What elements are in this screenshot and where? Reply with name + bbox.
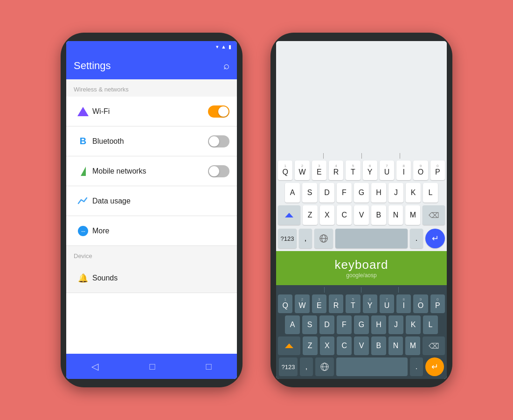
key-d[interactable]: D xyxy=(319,183,334,203)
key-x[interactable]: X xyxy=(320,205,335,225)
more-icon: ··· xyxy=(74,226,92,236)
keyboard-brand-banner: keyboard google/aosp xyxy=(276,251,447,285)
data-usage-item[interactable]: Data usage xyxy=(66,186,237,216)
key-c[interactable]: C xyxy=(337,205,352,225)
key-b[interactable]: B xyxy=(371,205,386,225)
dark-comma-key[interactable]: , xyxy=(300,357,313,376)
dark-enter-key[interactable]: ↵ xyxy=(425,357,444,376)
key-p[interactable]: 0P xyxy=(430,161,445,180)
divider-lines-dark xyxy=(278,287,445,293)
dark-key-g[interactable]: G xyxy=(354,315,369,334)
shift-key[interactable] xyxy=(278,205,300,225)
data-usage-icon xyxy=(74,197,92,205)
dark-delete-key[interactable]: ⌫ xyxy=(423,336,445,355)
bottom-row-light: ?123 , . ↵ xyxy=(276,229,447,251)
mobile-toggle[interactable] xyxy=(208,165,229,177)
dark-key-k[interactable]: K xyxy=(406,315,421,334)
dark-key-l[interactable]: L xyxy=(423,315,438,334)
dark-key-r[interactable]: 4R xyxy=(329,294,343,313)
key-q[interactable]: 1Q xyxy=(278,161,292,180)
key-r[interactable]: 4R xyxy=(329,161,343,180)
dark-key-i[interactable]: 8I xyxy=(396,294,411,313)
globe-key[interactable] xyxy=(314,229,333,248)
sounds-icon: 🔔 xyxy=(74,273,92,283)
key-n[interactable]: N xyxy=(388,205,403,225)
key-o[interactable]: 9O xyxy=(413,161,428,180)
key-w[interactable]: 2W xyxy=(295,161,309,180)
back-nav-icon[interactable]: ◁ xyxy=(91,361,98,372)
dark-key-s[interactable]: S xyxy=(302,315,317,334)
key-u[interactable]: 7U xyxy=(380,161,394,180)
key-h[interactable]: H xyxy=(371,183,386,203)
key-e[interactable]: 3E xyxy=(312,161,326,180)
dark-key-b[interactable]: B xyxy=(371,336,386,355)
dark-globe-key[interactable] xyxy=(315,357,334,376)
num-switch-key[interactable]: ?123 xyxy=(278,229,297,248)
delete-key[interactable]: ⌫ xyxy=(423,205,445,225)
dark-key-n[interactable]: N xyxy=(388,336,403,355)
keyboard-brand-name: keyboard xyxy=(335,258,388,272)
key-y[interactable]: 6Y xyxy=(363,161,377,180)
dark-key-c[interactable]: C xyxy=(337,336,352,355)
key-k[interactable]: K xyxy=(406,183,421,203)
key-s[interactable]: S xyxy=(302,183,317,203)
left-phone: ▾ ▲ ▮ Settings ⌕ Wireless & networks Wi-… xyxy=(61,33,243,387)
bluetooth-item[interactable]: B Bluetooth xyxy=(66,126,237,156)
bluetooth-label: Bluetooth xyxy=(92,137,208,146)
key-m[interactable]: M xyxy=(405,205,420,225)
wifi-status-icon: ▾ xyxy=(216,44,219,50)
period-key[interactable]: . xyxy=(410,229,423,248)
dark-key-j[interactable]: J xyxy=(388,315,403,334)
dark-key-v[interactable]: V xyxy=(354,336,369,355)
dark-num-switch[interactable]: ?123 xyxy=(279,357,298,376)
section-wireless-label: Wireless & networks xyxy=(66,79,237,97)
section-device-label: Device xyxy=(66,246,237,263)
dark-key-t[interactable]: 5T xyxy=(346,294,360,313)
mobile-networks-label: Mobile networks xyxy=(92,167,208,175)
dark-key-e[interactable]: 3E xyxy=(312,294,326,313)
key-g[interactable]: G xyxy=(354,183,369,203)
home-nav-icon[interactable]: □ xyxy=(149,361,155,372)
dark-key-a[interactable]: A xyxy=(285,315,300,334)
key-f[interactable]: F xyxy=(337,183,352,203)
dark-key-f[interactable]: F xyxy=(337,315,352,334)
mobile-networks-item[interactable]: Mobile networks xyxy=(66,156,237,186)
dark-key-x[interactable]: X xyxy=(320,336,335,355)
dark-bottom-row: ?123 , . ↵ xyxy=(278,357,445,378)
key-j[interactable]: J xyxy=(388,183,403,203)
key-l[interactable]: L xyxy=(423,183,438,203)
key-v[interactable]: V xyxy=(354,205,369,225)
bluetooth-toggle[interactable] xyxy=(208,135,229,147)
data-usage-label: Data usage xyxy=(92,197,229,205)
key-a[interactable]: A xyxy=(285,183,300,203)
search-icon[interactable]: ⌕ xyxy=(223,60,229,72)
dark-key-p[interactable]: 0P xyxy=(430,294,445,313)
dark-row-zxcv: Z X C V B N M ⌫ xyxy=(278,336,445,355)
light-key-rows: 1Q 2W 3E 4R 5T 6Y 7U 8I 9O 0P A S D F xyxy=(276,159,447,229)
wifi-item[interactable]: Wi-Fi xyxy=(66,97,237,126)
wifi-label: Wi-Fi xyxy=(92,107,208,116)
key-t[interactable]: 5T xyxy=(346,161,360,180)
dark-period-key[interactable]: . xyxy=(410,357,423,376)
sounds-item[interactable]: 🔔 Sounds xyxy=(66,263,237,293)
comma-key[interactable]: , xyxy=(299,229,312,248)
dark-key-d[interactable]: D xyxy=(319,315,334,334)
dark-row-qwerty: 1Q 2W 3E 4R 5T 6Y 7U 8I 9O 0P xyxy=(278,294,445,313)
enter-key[interactable]: ↵ xyxy=(425,229,445,248)
dark-key-m[interactable]: M xyxy=(405,336,420,355)
dark-key-z[interactable]: Z xyxy=(303,336,318,355)
dark-space-key[interactable] xyxy=(336,357,408,376)
dark-shift-key[interactable] xyxy=(278,336,300,355)
dark-key-y[interactable]: 6Y xyxy=(363,294,377,313)
wifi-toggle[interactable] xyxy=(208,105,229,118)
space-key[interactable] xyxy=(335,229,408,248)
dark-key-h[interactable]: H xyxy=(371,315,386,334)
dark-key-w[interactable]: 2W xyxy=(295,294,309,313)
more-item[interactable]: ··· More xyxy=(66,216,237,246)
recents-nav-icon[interactable]: □ xyxy=(206,361,211,372)
dark-key-o[interactable]: 9O xyxy=(413,294,428,313)
key-z[interactable]: Z xyxy=(303,205,318,225)
dark-key-u[interactable]: 7U xyxy=(380,294,394,313)
key-i[interactable]: 8I xyxy=(396,161,411,180)
dark-key-q[interactable]: 1Q xyxy=(278,294,292,313)
